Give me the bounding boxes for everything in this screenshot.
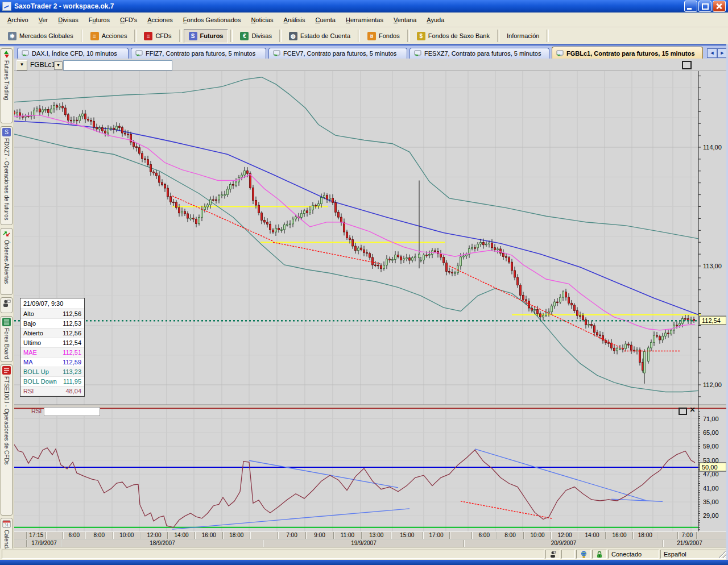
toolbar-button-fondos-de-saxo-bank[interactable]: $Fondos de Saxo Bank xyxy=(412,29,495,43)
language-selector[interactable]: Español xyxy=(660,550,726,559)
time-tick-cell: 14:00 xyxy=(578,532,606,539)
toolbar-separator xyxy=(230,30,233,42)
toolbar-button-label: Mercados Globales xyxy=(19,32,73,39)
sidebar-item-client[interactable] xyxy=(1,297,13,313)
menu-item-noticias[interactable]: Noticias xyxy=(246,15,278,25)
svg-text:29,00: 29,00 xyxy=(703,512,719,519)
chart-symbol-label: FGBLc1 xyxy=(30,61,55,69)
chart-symbol-input[interactable] xyxy=(63,60,172,70)
menu-item-ventana[interactable]: Ventana xyxy=(388,15,421,25)
toolbar-button-label: Fondos de Saxo Bank xyxy=(428,32,490,39)
lock-icon xyxy=(592,550,607,559)
toolbar-button-label: CFDs xyxy=(155,32,171,39)
global-markets-icon: ✱ xyxy=(8,32,16,40)
menu-item-archivo[interactable]: Archivo xyxy=(2,15,34,25)
sidebar-item-label: Forex Board xyxy=(3,328,10,359)
window-bottom-border xyxy=(0,560,728,565)
date-cell: 19/9/2007 xyxy=(263,540,464,547)
user-icon xyxy=(545,550,560,559)
tab-fgblc1[interactable]: FGBLc1, Contrato para futuros, 15 minuto… xyxy=(552,47,703,60)
tab-fesxz7[interactable]: FESXZ7, Contrato para futuros, 5 minutos xyxy=(410,48,549,59)
chart-window-icon xyxy=(135,50,143,57)
tab-strip: DAX.I, Índice CFD, 10 minutosFFIZ7, Cont… xyxy=(0,44,728,59)
minimize-button[interactable] xyxy=(684,1,697,12)
sidebar-item-fdxz7-operaciones-de-futuros[interactable]: SFDXZ7 - Operaciones de futuros xyxy=(1,126,13,225)
menu-item-ayuda[interactable]: Ayuda xyxy=(421,15,449,25)
chart-restore-icon[interactable] xyxy=(682,61,692,69)
toolbar-button-futuros[interactable]: SFuturos xyxy=(184,29,229,43)
toolbar-button-cfds[interactable]: ≡CFDs xyxy=(139,29,176,43)
svg-text:31: 31 xyxy=(5,523,9,527)
sidebar-item-forex-board[interactable]: Forex Board xyxy=(1,316,13,362)
restore-button[interactable] xyxy=(698,1,712,12)
tab-scroll-left-button[interactable]: ◄ xyxy=(707,48,717,58)
toolbar-button-acciones[interactable]: ≡Acciones xyxy=(85,29,133,43)
cfds-icon: ≡ xyxy=(144,32,152,40)
chart-window-icon xyxy=(556,50,564,57)
toolbar-separator xyxy=(358,30,360,42)
sidebar-item-ordenes-abiertas[interactable]: Órdenes Abiertas xyxy=(1,228,13,295)
title-bar[interactable]: SaxoTrader 2 - workspace.ok.7 xyxy=(0,0,728,13)
futures-icon: S xyxy=(189,32,197,40)
menu-item-herramientas[interactable]: Herramientas xyxy=(341,15,388,25)
tooltip-row-ultimo: Ultimo112,54 xyxy=(20,338,84,348)
sidebar-item-label: Futures Trading xyxy=(3,60,10,100)
menu-item-acciones[interactable]: Acciones xyxy=(142,15,178,25)
tab-label: FFIZ7, Contrato para futuros, 5 minutos xyxy=(146,50,255,57)
date-cell: 20/9/2007 xyxy=(464,540,663,547)
resize-grip[interactable] xyxy=(718,550,727,558)
tooltip-row-ma: MA112,59 xyxy=(20,358,84,367)
toolbar-button-label: Futuros xyxy=(200,32,224,39)
toolbar-button-label: Fondos xyxy=(379,32,400,39)
menu-item-divisas[interactable]: Divisas xyxy=(53,15,83,25)
toolbar: ✱Mercados Globales≡Acciones≡CFDsSFuturos… xyxy=(0,27,728,44)
rsi-input[interactable] xyxy=(44,407,100,416)
time-tick-empty-cell xyxy=(46,532,63,539)
toolbar-button-informacion[interactable]: Información xyxy=(502,30,544,42)
menu-bar: ArchivoVerDivisasFuturosCFD'sAccionesFon… xyxy=(0,13,728,27)
chart-window-icon xyxy=(273,50,281,57)
chart-symbol-combo-arrow-icon[interactable]: ▼ xyxy=(54,61,63,70)
toolbar-button-fondos[interactable]: ¤Fondos xyxy=(362,29,405,43)
cfd-red-icon xyxy=(2,366,11,375)
rsi-close-icon[interactable]: ✕ xyxy=(689,406,696,414)
tooltip-row-alto: Alto112,56 xyxy=(20,309,84,319)
time-tick-cell: 9:00 xyxy=(305,532,334,539)
application-window: SaxoTrader 2 - workspace.ok.7 ArchivoVer… xyxy=(0,0,728,565)
menu-item-analisis[interactable]: Análisis xyxy=(279,15,311,25)
tooltip-row-bajo: Bajo112,53 xyxy=(20,319,84,329)
menu-item-cfd-s[interactable]: CFD's xyxy=(115,15,142,25)
tab-dax-i[interactable]: DAX.I, Índice CFD, 10 minutos xyxy=(17,48,129,59)
tab-fcev7[interactable]: FCEV7, Contrato para futuros, 5 minutos xyxy=(268,48,407,59)
rsi-restore-icon[interactable] xyxy=(679,408,687,415)
time-tick-cell: 8:00 xyxy=(85,532,113,539)
time-tick-cell: 14:00 xyxy=(167,532,195,539)
sidebar-item-label: FDXZ7 - Operaciones de futuros xyxy=(3,138,10,221)
sidebar-item-ftse100-i-operaciones-de-cfds[interactable]: FTSE100.I - Operaciones de CFDs xyxy=(1,364,13,516)
tab-label: FGBLc1, Contrato para futuros, 15 minuto… xyxy=(566,50,695,57)
toolbar-button-mercados-globales[interactable]: ✱Mercados Globales xyxy=(3,29,78,43)
svg-text:50,00: 50,00 xyxy=(702,464,718,471)
menu-item-fondos-gestionados[interactable]: Fondos Gestionados xyxy=(178,15,246,25)
network-icon xyxy=(576,550,591,559)
menu-item-ver[interactable]: Ver xyxy=(34,15,53,25)
toolbar-button-label: Divisas xyxy=(251,32,271,39)
tab-label: FCEV7, Contrato para futuros, 5 minutos xyxy=(283,50,396,57)
time-tick-cell: 12:00 xyxy=(551,532,578,539)
futures-s-icon: S xyxy=(2,128,11,136)
menu-item-cuenta[interactable]: Cuenta xyxy=(310,15,340,25)
date-cell: 18/9/2007 xyxy=(61,540,263,547)
sidebar-item-futures-trading[interactable]: Futures Trading xyxy=(1,48,13,123)
rsi-label: RSI xyxy=(31,408,42,414)
date-cell: 21/9/2007 xyxy=(663,540,716,547)
close-button[interactable] xyxy=(713,1,726,12)
client-person-icon xyxy=(2,299,11,308)
time-tick-cell: 16:00 xyxy=(605,532,633,539)
time-tick-cell: 6:00 xyxy=(63,532,86,539)
menu-item-futuros[interactable]: Futuros xyxy=(84,15,115,25)
toolbar-button-divisas[interactable]: €Divisas xyxy=(235,29,276,43)
toolbar-button-estado-de-cuenta[interactable]: ◍Estado de Cuenta xyxy=(284,29,355,43)
chart-symbol-dropdown-button[interactable]: ▼ xyxy=(16,60,27,70)
connection-status: Conectado xyxy=(608,550,659,559)
tab-ffiz7[interactable]: FFIZ7, Contrato para futuros, 5 minutos xyxy=(131,48,266,59)
